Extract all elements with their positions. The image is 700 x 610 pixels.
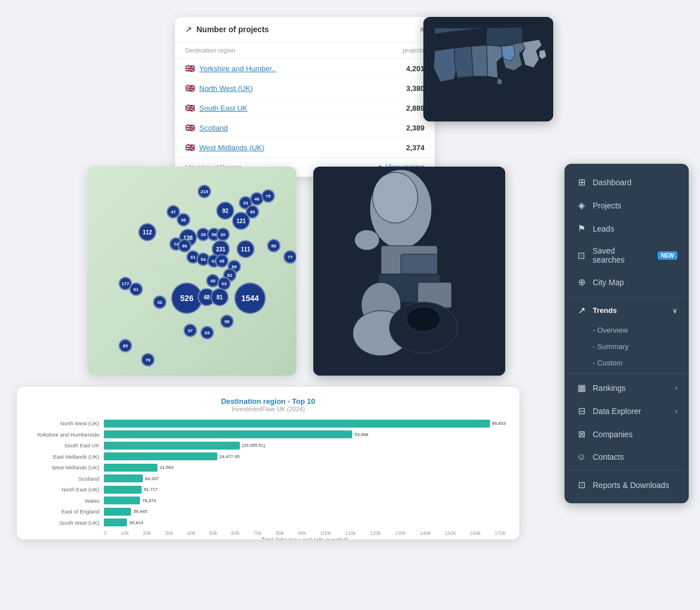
cluster-dot[interactable]: 37 xyxy=(183,324,197,337)
cluster-dot[interactable]: 81 xyxy=(211,288,229,306)
cluster-dot[interactable]: 69 xyxy=(200,326,214,339)
chevron-down-icon: ∨ xyxy=(672,307,677,315)
x-tick: 110k xyxy=(345,530,356,536)
leads-icon: ⚑ xyxy=(576,223,587,234)
data-explorer-icon: ⊟ xyxy=(576,406,587,416)
sidebar-item-reports[interactable]: ⊡ Reports & Downloads xyxy=(565,473,689,496)
cluster-dot[interactable]: 45 xyxy=(215,254,229,268)
sidebar-item-city-map[interactable]: ⊕ City Map xyxy=(565,271,689,294)
chart-label: South East UK xyxy=(30,442,99,448)
sidebar-item-rankings[interactable]: ▦ Rankings › xyxy=(565,376,689,399)
bar-fill xyxy=(104,518,127,526)
bar-row: 86,833 xyxy=(104,419,506,428)
sidebar-item-companies[interactable]: ⊠ Companies xyxy=(565,422,689,446)
x-tick: 10k xyxy=(121,530,129,536)
bar-fill xyxy=(104,486,142,494)
reports-icon: ⊡ xyxy=(576,480,587,490)
sidebar-item-custom[interactable]: - Custom xyxy=(593,355,689,371)
bar-fill xyxy=(104,452,217,460)
sidebar-item-contacts[interactable]: ☺ Contacts xyxy=(565,446,689,468)
bar-row: 84,207 xyxy=(104,474,506,483)
cluster-dot[interactable]: 215 xyxy=(198,185,211,198)
cluster-dot[interactable]: 1544 xyxy=(234,282,266,314)
cluster-dot[interactable]: 92 xyxy=(216,202,234,220)
cluster-dot[interactable]: 112 xyxy=(138,223,156,241)
sidebar-item-trends[interactable]: ↗ Trends ∨ xyxy=(565,299,689,322)
bar-value: 86,833 xyxy=(492,421,506,426)
cluster-dot[interactable]: 85 xyxy=(119,339,132,352)
sidebar-label-reports: Reports & Downloads xyxy=(593,481,669,490)
sidebar-item-leads[interactable]: ⚑ Leads xyxy=(565,217,689,240)
sidebar-label-overview: - Overview xyxy=(593,326,628,334)
sidebar-item-summary[interactable]: - Summary xyxy=(593,338,689,355)
x-tick: 140k xyxy=(420,530,431,536)
bar-row: 50,614 xyxy=(104,518,506,527)
cluster-dot[interactable]: 86 xyxy=(178,239,191,252)
chart-label: East Midlands (UK) xyxy=(30,454,99,460)
companies-icon: ⊠ xyxy=(576,429,587,439)
sidebar-item-data-explorer[interactable]: ⊟ Data Explorer › xyxy=(565,399,689,422)
x-tick: 50k xyxy=(209,530,218,536)
cluster-dot[interactable]: 86 xyxy=(267,239,281,252)
bar-row: 59,445 xyxy=(104,507,506,516)
cluster-dot[interactable]: 61 xyxy=(129,282,143,296)
bar-value: 84,207 xyxy=(145,476,159,481)
sidebar-label-projects: Projects xyxy=(593,201,622,210)
cluster-dot[interactable]: 77 xyxy=(283,250,296,264)
x-tick: 70k xyxy=(253,530,262,536)
sidebar-divider xyxy=(565,296,689,297)
cluster-dot[interactable]: 36 xyxy=(177,213,190,226)
x-tick: 170k xyxy=(495,530,506,536)
chevron-right-icon-2: › xyxy=(675,407,677,415)
sidebar-item-dashboard[interactable]: ⊞ Dashboard xyxy=(565,171,689,194)
new-badge: NEW xyxy=(658,251,677,260)
region-link[interactable]: West Midlands (UK) xyxy=(199,143,264,152)
projects-table-card: ↗ Number of projects ∧ Destination regio… xyxy=(175,17,435,177)
project-count: 3,380 xyxy=(406,84,425,93)
bar-row: 78,374 xyxy=(104,496,506,505)
region-link[interactable]: North West (UK) xyxy=(199,84,253,93)
sidebar-label-trends: Trends xyxy=(593,306,617,315)
sidebar-item-projects[interactable]: ◈ Projects xyxy=(565,194,689,217)
bar-value: (29,355.51) xyxy=(242,443,265,448)
chart-label: East of England xyxy=(30,508,99,515)
canada-map-svg xyxy=(423,17,553,121)
x-tick: 160k xyxy=(470,530,481,536)
sidebar-label-companies: Companies xyxy=(593,430,633,439)
chart-subtitle: InvestmentFlow UK (2024) xyxy=(30,406,506,412)
cluster-dot[interactable]: 111 xyxy=(237,240,255,258)
sidebar-item-saved-searches[interactable]: ⊡ Saved searches NEW xyxy=(565,240,689,271)
region-link[interactable]: Yorkshire and Humber.. xyxy=(199,64,275,73)
chart-x-title: Total Jobs (new and safe-guarded) xyxy=(104,537,506,539)
sidebar-label-summary: - Summary xyxy=(593,342,629,351)
chart-labels: North West (UK) Yorkshire and Humberside… xyxy=(30,418,104,528)
chart-label: North East (UK) xyxy=(30,486,99,493)
bar-value: 59,445 xyxy=(133,509,147,514)
sidebar-label-city-map: City Map xyxy=(593,278,624,287)
chart-label: North West (UK) xyxy=(30,420,99,426)
cluster-dot[interactable]: 75 xyxy=(261,189,275,203)
table-row: 🇬🇧 North West (UK) 3,380 xyxy=(175,79,435,98)
contacts-icon: ☺ xyxy=(576,452,587,462)
sidebar-item-overview[interactable]: - Overview xyxy=(593,322,689,338)
cluster-dot[interactable]: 78 xyxy=(141,353,155,367)
svg-point-25 xyxy=(406,307,440,332)
bar-row: 11,563 xyxy=(104,463,506,472)
region-link[interactable]: Scotland xyxy=(199,124,228,132)
card-title: Number of projects xyxy=(196,25,269,34)
project-count: 2,374 xyxy=(406,143,425,152)
region-link[interactable]: South East UK xyxy=(199,104,247,112)
bar-fill xyxy=(104,474,143,482)
x-tick: 120k xyxy=(370,530,381,536)
cluster-dot[interactable]: 98 xyxy=(220,315,234,328)
saved-searches-icon: ⊡ xyxy=(576,250,587,261)
cluster-dot[interactable]: 121 xyxy=(232,212,250,230)
sidebar-label-data-explorer: Data Explorer xyxy=(593,407,641,416)
x-tick: 90k xyxy=(298,530,306,536)
uk-cluster-map-card: 215 33 46 75 47 92 45 121 36 112 138 35 … xyxy=(88,167,296,376)
chart-x-axis: 0 10k 20k 30k 40k 50k 60k 70k 80k 90k 10… xyxy=(104,528,506,536)
sidebar: ⊞ Dashboard ◈ Projects ⚑ Leads ⊡ Saved s… xyxy=(565,164,689,503)
cluster-dot[interactable]: 20 xyxy=(216,228,230,241)
cluster-dot[interactable]: 32 xyxy=(153,295,167,309)
table-body: 🇬🇧 Yorkshire and Humber.. 4,201 🇬🇧 North… xyxy=(175,59,435,157)
